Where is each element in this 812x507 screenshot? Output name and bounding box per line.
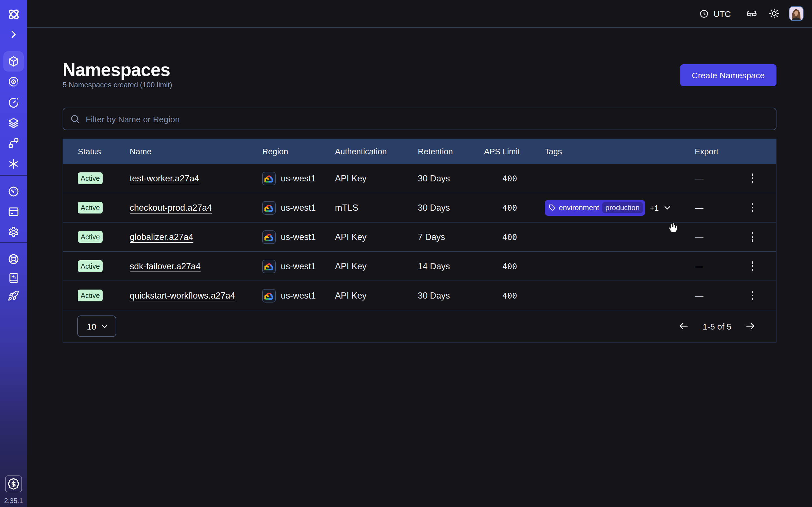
main-content: Namespaces 5 Namespaces created (100 lim… [27, 28, 812, 507]
namespace-link[interactable]: test-worker.a27a4 [130, 173, 199, 183]
export-value: — [695, 203, 703, 213]
region-label: us-west1 [281, 232, 316, 242]
auth-cell: API Key [335, 261, 418, 271]
tag-more-count: +1 [650, 203, 659, 212]
next-page-arrow[interactable] [745, 322, 756, 331]
region-label: us-west1 [281, 261, 316, 271]
table-row[interactable]: Active checkout-prod.a27a4 us-west1 mTLS… [63, 193, 776, 223]
gcp-cloud-icon [262, 172, 276, 185]
row-menu-kebab[interactable] [749, 172, 756, 185]
namespace-link[interactable]: sdk-failover.a27a4 [130, 261, 201, 271]
sidebar-item-billing[interactable] [3, 202, 24, 222]
namespaces-table: Status Name Region Authentication Retent… [63, 138, 776, 342]
sidebar-item-settings[interactable] [3, 222, 24, 242]
tag-icon [549, 204, 556, 211]
sidebar-item-workflow[interactable] [3, 133, 24, 153]
gcp-cloud-icon [262, 289, 276, 302]
auth-cell: API Key [335, 290, 418, 300]
row-menu-kebab[interactable] [749, 289, 756, 302]
row-menu-kebab[interactable] [749, 201, 756, 215]
auth-cell: API Key [335, 232, 418, 242]
tag-pill[interactable]: environmentproduction [545, 200, 645, 216]
table-row[interactable]: Active test-worker.a27a4 us-west1 API Ke… [63, 164, 776, 193]
gcp-cloud-icon [262, 260, 276, 273]
retention-cell: 7 Days [418, 232, 480, 242]
retention-cell: 14 Days [418, 261, 480, 271]
filter-input[interactable]: Filter by Name or Region [63, 108, 776, 130]
search-icon [70, 114, 80, 124]
col-retention: Retention [418, 147, 480, 156]
clock-icon [699, 9, 709, 18]
export-value: — [695, 290, 703, 300]
status-badge: Active [78, 260, 103, 272]
sidebar-item-timer[interactable] [3, 93, 24, 113]
aps-cell: 400 [480, 232, 520, 241]
table-row[interactable]: Active sdk-failover.a27a4 us-west1 API K… [63, 252, 776, 281]
prev-page-arrow[interactable] [678, 322, 689, 331]
page-title: Namespaces [63, 60, 172, 79]
aps-cell: 400 [480, 174, 520, 183]
sidebar-item-getting-started[interactable] [3, 286, 24, 306]
row-menu-kebab[interactable] [749, 260, 756, 273]
tag-key: environment [559, 203, 599, 212]
user-avatar[interactable] [789, 6, 804, 21]
retention-cell: 30 Days [418, 203, 480, 213]
aps-cell: 400 [480, 291, 520, 300]
timezone-label: UTC [713, 9, 731, 18]
chevron-down-icon [100, 322, 109, 330]
page-size-value: 10 [87, 321, 96, 331]
status-badge: Active [78, 202, 103, 214]
table-row[interactable]: Active quickstart-workflows.a27a4 us-wes… [63, 281, 776, 311]
row-menu-kebab[interactable] [749, 230, 756, 244]
export-value: — [695, 173, 703, 183]
sidebar-item-support[interactable] [3, 249, 24, 269]
col-aps-limit: APS Limit [480, 147, 520, 156]
col-authentication: Authentication [335, 147, 418, 156]
temporal-logo-icon[interactable] [3, 4, 24, 24]
col-tags: Tags [545, 147, 695, 156]
filter-placeholder: Filter by Name or Region [86, 114, 180, 124]
retention-cell: 30 Days [418, 173, 480, 183]
sidebar-item-docs[interactable] [3, 268, 24, 288]
sidebar-item-usage[interactable] [3, 181, 24, 202]
labs-glasses-icon[interactable] [746, 7, 758, 20]
namespace-link[interactable]: globalizer.a27a4 [130, 232, 193, 242]
tags-expand-chevron[interactable] [663, 203, 672, 212]
sidebar-item-nexus[interactable] [3, 154, 24, 174]
gcp-cloud-icon [262, 201, 276, 214]
sidebar: 2.35.1 [0, 0, 27, 507]
auth-cell: API Key [335, 173, 418, 183]
status-badge: Active [78, 172, 103, 184]
theme-sun-icon[interactable] [769, 8, 780, 19]
col-status: Status [78, 147, 130, 156]
tags-cell: environmentproduction+1 [545, 200, 695, 216]
sidebar-item-namespaces[interactable] [3, 51, 24, 71]
create-namespace-button[interactable]: Create Namespace [680, 64, 776, 86]
sidebar-item-iris[interactable] [3, 71, 24, 92]
retention-cell: 30 Days [418, 290, 480, 300]
status-badge: Active [78, 290, 103, 301]
export-value: — [695, 261, 703, 271]
col-export: Export [695, 147, 776, 156]
tag-value: production [602, 202, 643, 213]
sidebar-item-layers[interactable] [3, 113, 24, 133]
export-value: — [695, 232, 703, 242]
table-header-row: Status Name Region Authentication Retent… [63, 139, 776, 164]
region-label: us-west1 [281, 203, 316, 213]
usage-dollar-button[interactable] [5, 475, 22, 492]
pagination-range: 1-5 of 5 [703, 321, 731, 331]
namespace-link[interactable]: quickstart-workflows.a27a4 [130, 290, 235, 300]
aps-cell: 400 [480, 203, 520, 212]
namespace-link[interactable]: checkout-prod.a27a4 [130, 203, 212, 213]
region-label: us-west1 [281, 290, 316, 300]
gcp-cloud-icon [262, 230, 276, 244]
aps-cell: 400 [480, 262, 520, 271]
table-footer: 10 1-5 of 5 [63, 311, 776, 342]
sidebar-collapse-chevron[interactable] [3, 24, 24, 45]
timezone-selector[interactable]: UTC [699, 9, 731, 18]
region-label: us-west1 [281, 173, 316, 183]
topbar: UTC [27, 0, 812, 27]
page-size-select[interactable]: 10 [77, 316, 116, 337]
col-name: Name [130, 147, 262, 156]
mouse-cursor-pointer [667, 221, 678, 235]
